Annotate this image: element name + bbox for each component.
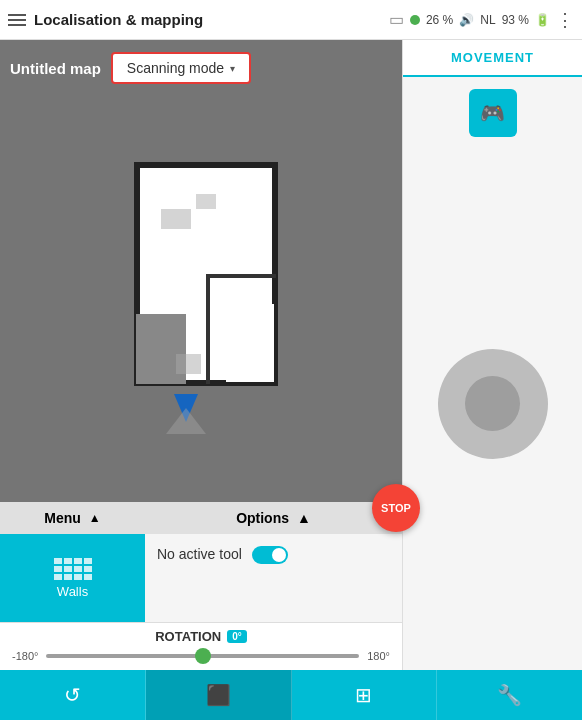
battery-dot [410, 15, 420, 25]
rotation-label: ROTATION [155, 629, 221, 644]
joystick-inner [465, 376, 520, 431]
bottom-controls: Menu ▲ Walls Options ▲ [0, 502, 402, 622]
phone-icon: ▭ [389, 10, 404, 29]
map-canvas[interactable] [10, 96, 392, 502]
menu-arrow: ▲ [89, 511, 101, 525]
menu-button[interactable]: Menu ▲ [0, 502, 145, 534]
map-area: Untitled map Scanning mode ▾ [0, 40, 402, 670]
rotation-min: -180° [12, 650, 38, 662]
nav-refresh[interactable]: ↺ [0, 670, 146, 720]
options-button[interactable]: Options ▲ [145, 502, 402, 534]
no-active-tool-row: No active tool [145, 534, 402, 622]
rotation-label-row: ROTATION 0° [12, 629, 390, 644]
walls-button[interactable]: Walls [0, 534, 145, 622]
rotation-max: 180° [367, 650, 390, 662]
svg-rect-4 [272, 164, 276, 304]
tools-icon: 🔧 [497, 683, 522, 707]
map-svg-area [10, 96, 392, 502]
gamepad-icon: 🎮 [480, 101, 505, 125]
toggle-knob [272, 548, 286, 562]
language-label: NL [480, 13, 495, 27]
svg-rect-8 [161, 209, 191, 229]
stop-button[interactable]: STOP [372, 484, 420, 532]
movement-tab[interactable]: MOVEMENT [403, 40, 582, 77]
scanning-mode-button[interactable]: Scanning mode ▾ [111, 52, 251, 84]
camera-icon: ⬛ [206, 683, 231, 707]
tool-toggle[interactable] [252, 546, 288, 564]
map-title: Untitled map [10, 60, 101, 77]
volume-icon: 🔊 [459, 13, 474, 27]
rotation-badge: 0° [227, 630, 247, 643]
nav-tools[interactable]: 🔧 [437, 670, 582, 720]
svg-rect-5 [206, 274, 276, 278]
refresh-icon: ↺ [64, 683, 81, 707]
map-visualization [106, 154, 296, 444]
status-area: ▭ 26 % 🔊 NL 93 % 🔋 ⋮ [389, 9, 574, 31]
scanning-mode-dropdown-arrow: ▾ [230, 63, 235, 74]
menu-label: Menu [44, 510, 81, 526]
gamepad-button[interactable]: 🎮 [469, 89, 517, 137]
main-layout: Untitled map Scanning mode ▾ [0, 40, 582, 670]
joystick-area [403, 137, 582, 670]
map-header: Untitled map Scanning mode ▾ [0, 40, 402, 96]
walls-label: Walls [57, 584, 88, 599]
joystick-outer[interactable] [438, 349, 548, 459]
walls-icon [54, 558, 92, 580]
battery-icon: 🔋 [535, 13, 550, 27]
signal-percent: 93 % [502, 13, 529, 27]
nav-camera[interactable]: ⬛ [146, 670, 292, 720]
svg-rect-9 [196, 194, 216, 209]
more-options-icon[interactable]: ⋮ [556, 9, 574, 31]
scanning-mode-label: Scanning mode [127, 60, 224, 76]
menu-section: Menu ▲ Walls [0, 502, 145, 622]
svg-rect-6 [206, 274, 210, 384]
no-active-tool-label: No active tool [157, 546, 242, 562]
hamburger-menu[interactable] [8, 14, 26, 26]
map-nav-icon: ⊞ [355, 683, 372, 707]
rotation-slider-row: -180° 180° [12, 650, 390, 662]
app-title: Localisation & mapping [34, 11, 381, 28]
options-arrow: ▲ [297, 510, 311, 526]
svg-rect-10 [176, 354, 201, 374]
options-section: Options ▲ No active tool STOP [145, 502, 402, 622]
options-label: Options [236, 510, 289, 526]
battery-percent: 26 % [426, 13, 453, 27]
svg-rect-1 [136, 164, 276, 168]
rotation-row: ROTATION 0° -180° 180° [0, 622, 402, 670]
bottom-nav: ↺ ⬛ ⊞ 🔧 [0, 670, 582, 720]
nav-map[interactable]: ⊞ [292, 670, 438, 720]
top-bar: Localisation & mapping ▭ 26 % 🔊 NL 93 % … [0, 0, 582, 40]
svg-marker-12 [166, 408, 206, 434]
right-panel: MOVEMENT 🎮 [402, 40, 582, 670]
rotation-slider[interactable] [46, 654, 359, 658]
